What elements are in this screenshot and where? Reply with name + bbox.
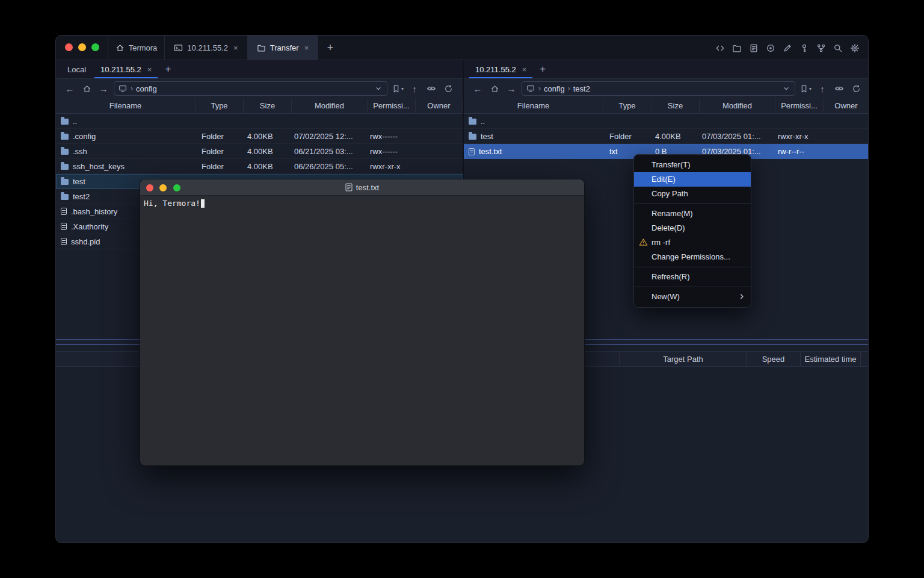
path-bar[interactable]: › config bbox=[114, 81, 387, 96]
path-segment[interactable]: config bbox=[544, 84, 565, 93]
record-icon[interactable] bbox=[765, 43, 775, 53]
close-window-button[interactable] bbox=[65, 43, 73, 51]
path-segment[interactable]: test2 bbox=[573, 84, 590, 93]
column-permissions[interactable]: Permissi... bbox=[368, 98, 416, 113]
table-row[interactable]: ssh_host_keys Folder 4.00KB 06/26/2025 0… bbox=[56, 159, 463, 174]
settings-gear-icon[interactable] bbox=[849, 43, 860, 53]
menu-item-edit[interactable]: Edit(E) bbox=[634, 172, 751, 187]
document-icon[interactable] bbox=[748, 43, 759, 53]
table-row[interactable]: test Folder 4.00KB 07/03/2025 01:... rwx… bbox=[464, 129, 869, 144]
path-bar[interactable]: › config › test2 bbox=[522, 81, 795, 96]
new-panel-tab-button[interactable]: + bbox=[534, 60, 552, 78]
tab-remote-10-211-55-2[interactable]: 10.211.55.2 × bbox=[468, 60, 534, 78]
editor-zoom-button[interactable] bbox=[173, 184, 180, 191]
column-modified[interactable]: Modified bbox=[292, 98, 368, 113]
menu-item-change-permissions[interactable]: Change Permissions... bbox=[634, 250, 751, 264]
menu-item-delete[interactable]: Delete(D) bbox=[634, 221, 751, 235]
terminal-icon bbox=[174, 43, 183, 52]
column-target-path[interactable]: Target Path bbox=[620, 352, 747, 366]
column-modified[interactable]: Modified bbox=[700, 98, 775, 113]
column-owner[interactable]: Owner bbox=[416, 98, 463, 113]
up-button[interactable]: ↑ bbox=[816, 82, 829, 95]
close-tab-icon[interactable]: × bbox=[522, 65, 527, 74]
path-segment[interactable]: config bbox=[136, 84, 157, 93]
back-button[interactable]: ← bbox=[471, 82, 484, 95]
editor-text: Hi, Termora! bbox=[144, 199, 200, 208]
menu-separator bbox=[634, 204, 751, 204]
column-size[interactable]: Size bbox=[651, 98, 700, 113]
menu-separator bbox=[634, 267, 751, 267]
chevron-down-icon[interactable] bbox=[782, 84, 790, 93]
table-row[interactable]: .ssh Folder 4.00KB 06/21/2025 03:... rwx… bbox=[56, 144, 463, 159]
file-name: .Xauthority bbox=[71, 222, 108, 231]
column-estimated-time[interactable]: Estimated time bbox=[801, 352, 861, 366]
folder-icon bbox=[61, 179, 69, 185]
right-nav-bar: ← → › config › test2 ▾ ↑ bbox=[464, 79, 869, 98]
menu-item-transfer[interactable]: Transfer(T) bbox=[634, 158, 751, 172]
table-row[interactable]: .config Folder 4.00KB 07/02/2025 12:... … bbox=[56, 129, 463, 144]
transfer-queue-spacer bbox=[861, 352, 869, 366]
folder-icon[interactable] bbox=[732, 43, 742, 53]
new-tab-button[interactable]: + bbox=[318, 36, 342, 60]
home-icon bbox=[116, 43, 125, 52]
screen: Termora 10.211.55.2 × Transfer × + bbox=[0, 0, 924, 578]
file-name: sshd.pid bbox=[71, 237, 100, 246]
file-icon bbox=[469, 148, 475, 155]
close-tab-icon[interactable]: × bbox=[147, 65, 152, 74]
close-tab-icon[interactable]: × bbox=[233, 43, 238, 52]
folder-icon bbox=[61, 119, 69, 125]
tab-local[interactable]: Local bbox=[60, 60, 93, 78]
show-hidden-button[interactable] bbox=[833, 82, 846, 95]
column-filename[interactable]: Filename bbox=[56, 98, 196, 113]
tab-remote-10-211-55-2[interactable]: 10.211.55.2 × bbox=[93, 60, 159, 78]
menu-item-copy-path[interactable]: Copy Path bbox=[634, 187, 751, 201]
editor-title: test.txt bbox=[356, 183, 379, 192]
menu-separator bbox=[634, 287, 751, 287]
back-button[interactable]: ← bbox=[63, 82, 76, 95]
column-size[interactable]: Size bbox=[244, 98, 292, 113]
folder-icon bbox=[469, 134, 476, 140]
tab-transfer[interactable]: Transfer × bbox=[247, 36, 318, 60]
menu-item-rename[interactable]: Rename(M) bbox=[634, 207, 751, 221]
code-icon[interactable] bbox=[715, 43, 725, 53]
close-tab-icon[interactable]: × bbox=[304, 43, 309, 52]
bookmark-button[interactable]: ▾ bbox=[391, 82, 404, 95]
editor-titlebar[interactable]: test.txt bbox=[140, 179, 584, 196]
editor-minimize-button[interactable] bbox=[159, 184, 167, 191]
minimize-window-button[interactable] bbox=[78, 43, 86, 51]
branch-icon[interactable] bbox=[816, 43, 826, 53]
refresh-button[interactable] bbox=[849, 82, 863, 95]
key-icon[interactable] bbox=[799, 43, 809, 53]
right-table-header: Filename Type Size Modified Permissi... … bbox=[464, 98, 869, 114]
file-name: test bbox=[73, 177, 85, 186]
forward-button[interactable]: → bbox=[505, 82, 518, 95]
table-row[interactable]: .. bbox=[56, 114, 463, 129]
tab-ssh-session[interactable]: 10.211.55.2 × bbox=[164, 36, 247, 60]
file-name: test2 bbox=[73, 192, 90, 201]
editor-content[interactable]: Hi, Termora! bbox=[140, 196, 584, 211]
column-type[interactable]: Type bbox=[603, 98, 651, 113]
new-panel-tab-button[interactable]: + bbox=[159, 60, 177, 78]
column-type[interactable]: Type bbox=[196, 98, 244, 113]
zoom-window-button[interactable] bbox=[91, 43, 99, 51]
chevron-down-icon[interactable] bbox=[374, 84, 383, 93]
column-permissions[interactable]: Permissi... bbox=[775, 98, 824, 113]
refresh-button[interactable] bbox=[442, 82, 455, 95]
home-button[interactable] bbox=[80, 82, 93, 95]
table-row[interactable]: .. bbox=[464, 114, 869, 129]
up-button[interactable]: ↑ bbox=[408, 82, 421, 95]
show-hidden-button[interactable] bbox=[425, 82, 438, 95]
forward-button[interactable]: → bbox=[97, 82, 110, 95]
menu-item-new[interactable]: New(W) bbox=[634, 290, 751, 304]
menu-item-refresh[interactable]: Refresh(R) bbox=[634, 270, 751, 284]
menu-item-rm-rf[interactable]: rm -rf bbox=[634, 235, 751, 250]
editor-close-button[interactable] bbox=[146, 184, 153, 191]
tab-termora[interactable]: Termora bbox=[108, 36, 164, 60]
bookmark-button[interactable]: ▾ bbox=[799, 82, 812, 95]
column-speed[interactable]: Speed bbox=[747, 352, 801, 366]
column-filename[interactable]: Filename bbox=[464, 98, 603, 113]
home-button[interactable] bbox=[488, 82, 501, 95]
search-icon[interactable] bbox=[833, 43, 843, 53]
column-owner[interactable]: Owner bbox=[824, 98, 869, 113]
pencil-icon[interactable] bbox=[782, 43, 792, 53]
